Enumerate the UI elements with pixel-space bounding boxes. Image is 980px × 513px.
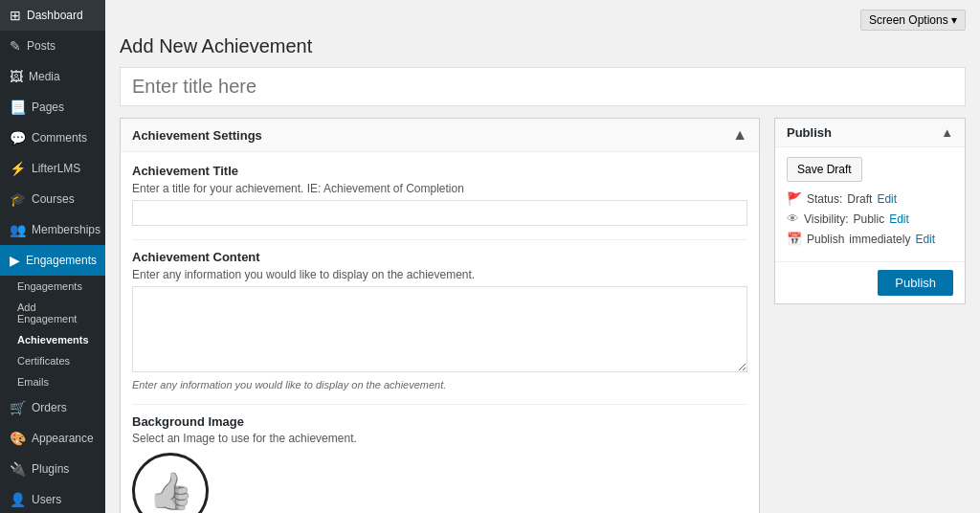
sidebar-item-comments[interactable]: 💬 Comments (0, 123, 105, 153)
comments-icon: 💬 (10, 130, 26, 145)
lifterlms-icon: ⚡ (10, 161, 26, 176)
achievement-title-input[interactable] (132, 200, 747, 226)
courses-icon: 🎓 (10, 191, 26, 207)
media-icon: 🖼 (10, 69, 23, 84)
divider (132, 239, 747, 240)
publish-button[interactable]: Publish (878, 270, 953, 296)
plugins-icon: 🔌 (10, 461, 26, 477)
appearance-icon: 🎨 (10, 431, 26, 446)
calendar-icon: 📅 (787, 232, 802, 246)
pages-icon: 📃 (10, 100, 26, 115)
visibility-edit-link[interactable]: Edit (889, 212, 909, 226)
sidebar-item-engagements[interactable]: ▶ Engagements (0, 245, 105, 276)
achievement-content-textarea[interactable] (132, 286, 747, 372)
publish-time-row: 📅 Publish immediately Edit (787, 232, 953, 246)
sidebar-item-label: Dashboard (27, 9, 83, 22)
visibility-label: Visibility: (804, 212, 848, 226)
achievement-title-field: Achievement Title Enter a title for your… (132, 164, 747, 226)
sidebar-item-label: Plugins (32, 462, 69, 476)
sidebar-sub-engagements[interactable]: Engagements (0, 276, 105, 297)
sidebar-item-label: Courses (32, 192, 75, 206)
achievement-settings-metabox: Achievement Settings ▲ Achievement Title… (120, 118, 760, 513)
visibility-value: Public (853, 212, 884, 226)
sidebar-item-dashboard[interactable]: ⊞ Dashboard (0, 0, 105, 31)
side-panel: Publish ▲ Save Draft 🚩 Status: Draft Edi… (774, 118, 966, 513)
dashboard-icon: ⊞ (10, 8, 21, 23)
sidebar-item-label: Memberships (32, 223, 100, 236)
top-bar: Screen Options ▾ (120, 10, 966, 31)
publish-time-edit-link[interactable]: Edit (915, 233, 935, 246)
sidebar-item-label: LifterLMS (32, 162, 80, 175)
publish-body: Save Draft 🚩 Status: Draft Edit 👁 Visibi… (775, 147, 965, 261)
sidebar-item-media[interactable]: 🖼 Media (0, 61, 105, 92)
sidebar-item-label: Appearance (32, 432, 94, 445)
content-area: Achievement Settings ▲ Achievement Title… (120, 118, 966, 513)
eye-icon: 👁 (787, 212, 799, 226)
post-title-input[interactable] (120, 67, 966, 106)
status-value: Draft (847, 192, 872, 206)
publish-time-value: immediately (849, 233, 910, 246)
visibility-row: 👁 Visibility: Public Edit (787, 212, 953, 226)
achievement-content-note: Enter any information you would like to … (132, 379, 747, 390)
achievement-content-label: Achievement Content (132, 250, 747, 264)
publish-footer: Publish (775, 261, 965, 303)
metabox-toggle[interactable]: ▲ (732, 126, 747, 144)
background-image-field: Background Image Select an Image to use … (132, 414, 747, 513)
screen-options-button[interactable]: Screen Options ▾ (860, 10, 966, 31)
thumb-circle: 👍 (132, 453, 209, 513)
posts-icon: ✎ (10, 38, 21, 54)
sidebar-item-label: Users (32, 493, 61, 506)
sidebar-item-label: Orders (32, 401, 67, 414)
save-draft-button[interactable]: Save Draft (787, 157, 862, 182)
sidebar-item-pages[interactable]: 📃 Pages (0, 92, 105, 123)
sidebar-item-plugins[interactable]: 🔌 Plugins (0, 454, 105, 484)
metabox-body: Achievement Title Enter a title for your… (121, 152, 759, 513)
publish-toggle-icon[interactable]: ▲ (941, 125, 953, 140)
sidebar-item-lifterlms[interactable]: ⚡ LifterLMS (0, 153, 105, 184)
sidebar-sub-certificates[interactable]: Certificates (0, 350, 105, 371)
sidebar-item-label: Comments (32, 131, 87, 145)
bg-image-label: Background Image (132, 414, 747, 429)
achievement-content-desc: Enter any information you would like to … (132, 268, 747, 281)
memberships-icon: 👥 (10, 222, 26, 237)
thumbs-up-icon: 👍 (148, 470, 193, 512)
main-content: Screen Options ▾ Add New Achievement Ach… (105, 0, 980, 513)
publish-header: Publish ▲ (775, 119, 965, 147)
divider2 (132, 404, 747, 405)
sidebar-item-courses[interactable]: 🎓 Courses (0, 184, 105, 214)
sidebar-item-label: Engagements (26, 254, 97, 267)
orders-icon: 🛒 (10, 400, 26, 415)
sidebar-item-label: Posts (27, 39, 56, 53)
publish-time-label: Publish (807, 233, 844, 246)
sidebar-item-orders[interactable]: 🛒 Orders (0, 392, 105, 423)
flag-icon: 🚩 (787, 191, 802, 206)
metabox-title: Achievement Settings (132, 128, 262, 143)
sidebar-item-appearance[interactable]: 🎨 Appearance (0, 423, 105, 454)
sidebar-item-label: Media (29, 70, 60, 83)
achievement-title-desc: Enter a title for your achievement. IE: … (132, 182, 747, 195)
status-edit-link[interactable]: Edit (877, 192, 897, 206)
users-icon: 👤 (10, 492, 26, 507)
metabox-header: Achievement Settings ▲ (121, 119, 759, 152)
status-row: 🚩 Status: Draft Edit (787, 191, 953, 206)
publish-metabox: Publish ▲ Save Draft 🚩 Status: Draft Edi… (774, 118, 966, 304)
sidebar-item-users[interactable]: 👤 Users (0, 484, 105, 513)
publish-title: Publish (787, 125, 832, 140)
achievement-content-field: Achievement Content Enter any informatio… (132, 250, 747, 390)
achievement-title-label: Achievement Title (132, 164, 747, 178)
sidebar-sub-add-engagement[interactable]: Add Engagement (0, 297, 105, 329)
achievement-thumbnail: 👍 (132, 453, 209, 513)
status-label: Status: (807, 192, 842, 206)
main-panel: Achievement Settings ▲ Achievement Title… (120, 118, 760, 513)
sidebar: ⊞ Dashboard ✎ Posts 🖼 Media 📃 Pages 💬 Co… (0, 0, 105, 513)
sidebar-item-posts[interactable]: ✎ Posts (0, 31, 105, 61)
engagements-icon: ▶ (10, 253, 20, 268)
sidebar-item-label: Pages (32, 100, 64, 114)
sidebar-sub-emails[interactable]: Emails (0, 371, 105, 392)
sidebar-sub-achievements[interactable]: Achievements (0, 329, 105, 350)
page-title: Add New Achievement (120, 35, 966, 57)
sidebar-item-memberships[interactable]: 👥 Memberships (0, 214, 105, 245)
bg-image-desc: Select an Image to use for the achieveme… (132, 432, 747, 445)
